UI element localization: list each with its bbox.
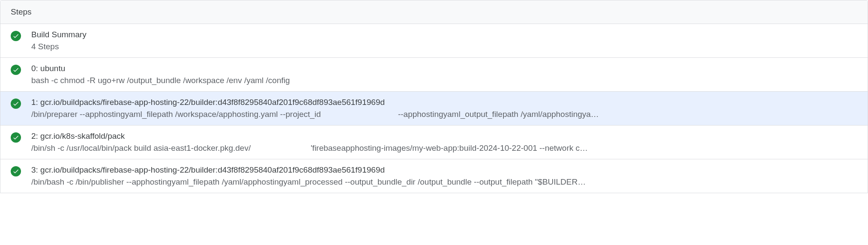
step-command: /bin/sh -c /usr/local/bin/pack build asi… — [31, 143, 857, 153]
step-content: 2: gcr.io/k8s-skaffold/pack /bin/sh -c /… — [31, 131, 857, 153]
build-summary-row[interactable]: Build Summary 4 Steps — [0, 24, 868, 58]
step-title: 2: gcr.io/k8s-skaffold/pack — [31, 131, 857, 141]
step-content: 3: gcr.io/buildpacks/firebase-app-hostin… — [31, 165, 857, 187]
success-icon — [11, 31, 21, 41]
step-title: 3: gcr.io/buildpacks/firebase-app-hostin… — [31, 165, 857, 175]
command-part1: /bin/preparer --apphostingyaml_filepath … — [31, 110, 321, 119]
step-content: 0: ubuntu bash -c chmod -R ugo+rw /outpu… — [31, 64, 857, 85]
success-icon — [11, 166, 21, 176]
step-row-0[interactable]: 0: ubuntu bash -c chmod -R ugo+rw /outpu… — [0, 58, 868, 92]
success-icon — [11, 132, 21, 143]
steps-panel: Steps Build Summary 4 Steps 0: ubuntu ba… — [0, 0, 868, 193]
step-row-1[interactable]: 1: gcr.io/buildpacks/firebase-app-hostin… — [0, 92, 868, 125]
command-gap — [321, 110, 398, 119]
step-content: 1: gcr.io/buildpacks/firebase-app-hostin… — [31, 98, 857, 119]
success-icon — [11, 65, 21, 75]
command-part1: /bin/sh -c /usr/local/bin/pack build asi… — [31, 143, 251, 153]
command-part2: --apphostingyaml_output_filepath /yaml/a… — [398, 110, 599, 119]
step-command: /bin/bash -c /bin/publisher --apphosting… — [31, 177, 857, 187]
step-row-2[interactable]: 2: gcr.io/k8s-skaffold/pack /bin/sh -c /… — [0, 125, 868, 159]
summary-subtitle: 4 Steps — [31, 42, 857, 51]
step-command: /bin/preparer --apphostingyaml_filepath … — [31, 110, 857, 119]
step-row-3[interactable]: 3: gcr.io/buildpacks/firebase-app-hostin… — [0, 159, 868, 193]
summary-title: Build Summary — [31, 30, 857, 39]
step-title: 1: gcr.io/buildpacks/firebase-app-hostin… — [31, 98, 857, 107]
steps-header: Steps — [0, 0, 868, 24]
step-command: bash -c chmod -R ugo+rw /output_bundle /… — [31, 76, 857, 85]
success-icon — [11, 99, 21, 109]
command-part2: 'firebaseapphosting-images/my-web-app:bu… — [311, 143, 588, 153]
step-content: Build Summary 4 Steps — [31, 30, 857, 51]
command-gap — [251, 143, 311, 153]
step-title: 0: ubuntu — [31, 64, 857, 73]
steps-header-title: Steps — [11, 7, 32, 16]
